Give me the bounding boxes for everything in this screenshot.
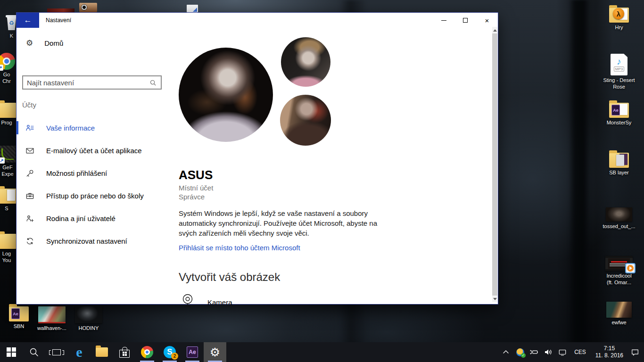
skype-icon: S 2 xyxy=(164,346,176,358)
maximize-button[interactable] xyxy=(454,13,476,28)
chrome-icon: ↗ xyxy=(0,53,15,70)
account-avatar-history-2[interactable] xyxy=(280,95,331,146)
ae-file-icon: Ae xyxy=(611,105,620,115)
tray-language-indicator[interactable]: CES xyxy=(570,349,590,355)
desktop-icon-s-folder[interactable]: S xyxy=(0,186,16,212)
switch-to-microsoft-account-link[interactable]: Přihlásit se místo toho účtem Microsoft xyxy=(179,244,300,252)
shortcut-arrow-icon: ↗ xyxy=(0,157,5,164)
tray-network-button[interactable] xyxy=(556,342,569,362)
icon-label: ewfwe xyxy=(611,319,626,326)
account-name: ASUS xyxy=(179,168,213,182)
icon-label: Prog xyxy=(1,119,12,126)
play-badge xyxy=(625,263,636,273)
taskbar-file-explorer-button[interactable] xyxy=(91,342,113,362)
gear-icon: ⚙ xyxy=(26,39,33,47)
desktop-icon-sbn-folder[interactable]: Ae SBN xyxy=(6,304,32,329)
desktop-icon-tossed-out-image[interactable]: tossed_out_... xyxy=(604,207,634,230)
tray-volume-button[interactable] xyxy=(542,342,554,362)
folder-icon xyxy=(0,189,17,204)
scroll-down-button[interactable] xyxy=(492,296,497,302)
scroll-up-button[interactable] xyxy=(492,27,497,33)
desktop-icon-hry-folder[interactable]: λ Hry xyxy=(604,5,634,31)
section-label: Účty xyxy=(22,101,36,109)
titlebar: ← Nastavení × xyxy=(17,13,498,28)
minimize-button[interactable] xyxy=(433,13,454,28)
partial-desktop-icon xyxy=(47,8,74,12)
person-plus-icon xyxy=(26,214,34,222)
window-title: Nastavení xyxy=(46,17,71,24)
user-info-icon xyxy=(26,124,34,132)
tray-clock[interactable]: 7:15 11. 8. 2016 xyxy=(592,345,627,359)
icon-label: Incredicool (ft. Omar... xyxy=(606,272,631,286)
desktop-icon-ewfwe-image[interactable]: ewfwe xyxy=(605,302,633,326)
maximize-icon xyxy=(463,18,468,23)
desktop-icon-sb-layer-folder[interactable]: SB layer xyxy=(604,150,634,176)
skype-notification-badge: 2 xyxy=(171,353,178,360)
create-picture-heading: Vytvořit váš obrázek xyxy=(179,271,280,284)
desktop-icon-log-you-folder[interactable]: Log You xyxy=(0,231,16,263)
taskbar-search-button[interactable] xyxy=(23,342,45,362)
close-button[interactable]: × xyxy=(476,13,498,28)
search-input[interactable] xyxy=(23,79,149,87)
taskbar-after-effects-button[interactable]: Ae xyxy=(181,342,204,362)
edge-icon: e xyxy=(76,345,82,359)
tray-antivirus-button[interactable] xyxy=(514,342,526,362)
email-icon xyxy=(26,147,34,155)
sidebar-item-label: Přístup do práce nebo do školy xyxy=(46,192,144,200)
desktop-icon-wallhaven-image[interactable]: wallhaven-... xyxy=(37,306,67,331)
sidebar-item-signin-options[interactable]: Možnosti přihlášení xyxy=(17,162,179,184)
sidebar-item-work-school-access[interactable]: Přístup do práce nebo do školy xyxy=(17,184,179,207)
taskbar-chrome-button[interactable] xyxy=(136,342,158,362)
file-card xyxy=(619,104,627,115)
scrollbar-thumb[interactable] xyxy=(492,33,497,296)
icon-label: S xyxy=(5,205,8,212)
start-button[interactable] xyxy=(0,342,23,362)
taskbar-settings-button[interactable]: ⚙ xyxy=(204,342,226,362)
sidebar-item-sync-settings[interactable]: Synchronizovat nastavení xyxy=(17,230,179,252)
desktop-icon-prog-folder[interactable]: Prog xyxy=(0,100,16,126)
taskbar-skype-button[interactable]: S 2 xyxy=(158,342,181,362)
folder-icon: Ae xyxy=(609,103,629,118)
icon-label: Sting - Desert Rose xyxy=(603,77,635,90)
icon-label: HODINY xyxy=(79,325,99,331)
account-avatar-large xyxy=(179,48,273,142)
sidebar-item-label: Možnosti přihlášení xyxy=(46,169,107,177)
sidebar-item-home[interactable]: ⚙ Domů xyxy=(26,39,63,47)
desktop-icon-geforce-experience[interactable]: ↗ GeF Expe xyxy=(0,144,17,177)
antivirus-status-icon xyxy=(516,348,524,356)
desktop-icon-google-chrome[interactable]: ↗ Go Chr xyxy=(0,53,16,84)
ae-file-icon: Ae xyxy=(11,308,20,319)
action-center-button[interactable] xyxy=(629,342,641,362)
desktop-icon-monstersy-folder[interactable]: Ae MonsterSy xyxy=(604,100,634,126)
sidebar-item-label: Rodina a jiní uživatelé xyxy=(46,214,116,222)
account-avatar-history-1[interactable] xyxy=(281,37,330,87)
partial-desktop-icon-speaker-box xyxy=(79,3,97,12)
back-button[interactable]: ← xyxy=(17,13,39,28)
after-effects-icon: Ae xyxy=(187,346,198,358)
key-icon xyxy=(26,169,34,177)
tray-power-button[interactable] xyxy=(528,342,540,362)
settings-search-box xyxy=(22,75,162,90)
desktop-icon-incredicool-video[interactable]: Incredicool (ft. Omar... xyxy=(604,256,634,286)
system-tray: CES 7:15 11. 8. 2016 xyxy=(500,342,644,362)
icon-label: K xyxy=(10,33,13,39)
sidebar-item-your-info[interactable]: Vaše informace xyxy=(17,116,179,139)
video-thumbnail xyxy=(605,256,633,271)
taskbar-store-button[interactable] xyxy=(113,342,136,362)
desktop-icon-mp3-file[interactable]: ♪ MP3 Sting - Desert Rose xyxy=(604,54,634,90)
icon-label: wallhaven-... xyxy=(37,325,66,331)
sidebar-item-family-other-users[interactable]: Rodina a jiní uživatelé xyxy=(17,207,179,230)
action-center-icon xyxy=(631,348,639,356)
tray-chevron-up-button[interactable] xyxy=(500,342,512,362)
task-view-button[interactable] xyxy=(45,342,68,362)
file-card xyxy=(616,155,624,166)
search-icon xyxy=(29,347,39,357)
sidebar-item-email-accounts[interactable]: E-mailový účet a účet aplikace xyxy=(17,139,179,162)
scrollbar[interactable] xyxy=(492,27,497,302)
desktop-icon-hodiny-image[interactable]: HODINY xyxy=(74,306,104,331)
warning-text-bar xyxy=(611,261,627,263)
taskbar-edge-button[interactable]: e xyxy=(68,342,91,362)
sidebar-item-label: E-mailový účet a účet aplikace xyxy=(46,147,142,155)
selection-indicator xyxy=(17,121,18,134)
camera-button[interactable]: Kamera xyxy=(181,293,232,312)
